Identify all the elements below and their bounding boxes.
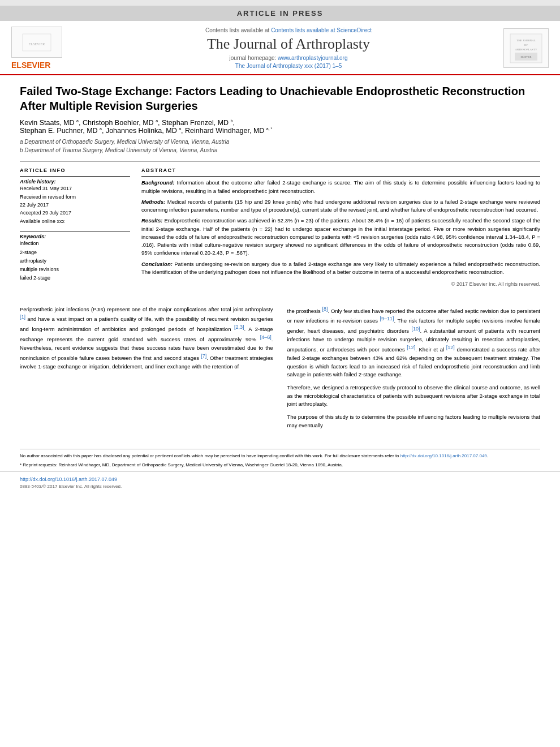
sciencedirect-label: Contents lists available at Contents lis… [74,27,503,33]
history-label: Article history: [20,179,130,184]
abstract-divider [141,176,540,177]
keywords-divider [20,231,130,231]
elsevier-logo-box: ELSEVIER [11,27,62,58]
article-info-heading: ARTICLE INFO [20,168,130,173]
copyright: © 2017 Elsevier Inc. All rights reserved… [141,281,540,289]
journal-logo-right: THE JOURNAL OF ARTHROPLASTY ELSEVIER [503,28,549,68]
affiliations: a Department of Orthopaedic Surgery, Med… [20,138,540,154]
article-info-col: ARTICLE INFO Article history: Received 3… [20,168,130,288]
conclusion-text: Patients undergoing re-revision surgery … [141,261,540,275]
keyword-3: arthroplasty [20,257,130,265]
svg-text:OF: OF [524,44,528,46]
footnote-2: * Reprint requests: Reinhard Windhager, … [20,462,540,469]
keyword-5: failed 2-stage [20,274,130,282]
available-online: Available online xxx [20,217,130,225]
footnote-1: No author associated with this paper has… [20,453,540,460]
keyword-1: infection [20,239,130,248]
svg-text:ELSEVIER: ELSEVIER [521,55,532,58]
body-right-col: the prosthesis [8]. Only few studies hav… [287,306,541,435]
body-para-2: the prosthesis [8]. Only few studies hav… [287,306,541,379]
article-title: Failed Two-Stage Exchange: Factors Leadi… [20,84,540,113]
svg-text:THE JOURNAL: THE JOURNAL [516,39,536,42]
body-para-1: Periprosthetic joint infections (PJIs) r… [20,306,273,371]
article-in-press-banner: ARTICLE IN PRESS [0,6,560,21]
methods-label: Methods: [141,199,165,205]
elsevier-brand: ELSEVIER [11,61,50,70]
body-content: Periprosthetic joint infections (PJIs) r… [0,297,560,443]
keywords-section: Keywords: infection 2-stage arthroplasty… [20,231,130,282]
received-date: Received 31 May 2017 [20,184,130,192]
keyword-2: 2-stage [20,248,130,257]
journal-citation: The Journal of Arthroplasty xxx (2017) 1… [74,63,503,69]
body-left-col: Periprosthetic joint infections (PJIs) r… [20,306,273,435]
body-two-col: Periprosthetic joint infections (PJIs) r… [20,306,540,435]
methods-text: Medical records of patients (15 hip and … [141,199,540,213]
body-para-4: The purpose of this study is to determin… [287,413,541,430]
journal-homepage: journal homepage: www.arthroplastyjourna… [74,55,503,61]
footnote-section: No author associated with this paper has… [20,449,540,469]
elsevier-logo: ELSEVIER ELSEVIER [11,27,74,70]
conclusion-label: Conclusion: [141,261,173,267]
background-text: Information about the outcome after fail… [141,179,540,194]
journal-header-center: Contents lists available at Contents lis… [74,27,503,69]
revised-date: 22 July 2017 [20,201,130,209]
homepage-url[interactable]: www.arthroplastyjournal.org [278,55,347,61]
abstract-text: Background: Information about the outcom… [141,179,540,288]
body-para-3: Therefore, we designed a retrospective s… [287,384,541,409]
banner-text: ARTICLE IN PRESS [237,9,324,18]
two-col-section: ARTICLE INFO Article history: Received 3… [20,168,540,288]
page: ARTICLE IN PRESS ELSEVIER ELSEVIER Conte… [0,6,560,747]
results-label: Results: [141,217,162,224]
svg-text:ELSEVIER: ELSEVIER [29,42,45,46]
abstract-col: ABSTRACT Background: Information about t… [141,168,540,288]
doi-link[interactable]: http://dx.doi.org/10.1016/j.arth.2017.07… [20,476,540,482]
journal-header: ELSEVIER ELSEVIER Contents lists availab… [0,21,560,75]
authors: Kevin Staats, MD a, Christoph Boehler, M… [20,119,540,135]
journal-name: The Journal of Arthroplasty [74,36,503,53]
results-text: Endoprosthetic reconstruction was achiev… [141,217,540,256]
article-info-divider [20,176,130,177]
affiliation-b: b Department of Trauma Surgery, Medical … [20,146,540,154]
keyword-4: multiple revisions [20,265,130,274]
content-area: Failed Two-Stage Exchange: Factors Leadi… [0,75,560,297]
bottom-bar: http://dx.doi.org/10.1016/j.arth.2017.07… [0,471,560,495]
sciencedirect-link[interactable]: Contents lists available at ScienceDirec… [271,27,372,33]
accepted-date: Accepted 29 July 2017 [20,209,130,217]
affiliation-a: a Department of Orthopaedic Surgery, Med… [20,138,540,146]
keywords-label: Keywords: [20,234,130,239]
footnote-link[interactable]: http://dx.doi.org/10.1016/j.arth.2017.07… [400,453,487,458]
revised-text: Received in revised form [20,193,130,201]
issn-text: 0883-5403/© 2017 Elsevier Inc. All right… [20,484,540,489]
background-label: Background: [141,179,175,186]
svg-text:ARTHROPLASTY: ARTHROPLASTY [515,48,537,51]
divider-1 [20,161,540,162]
abstract-heading: ABSTRACT [141,168,540,173]
